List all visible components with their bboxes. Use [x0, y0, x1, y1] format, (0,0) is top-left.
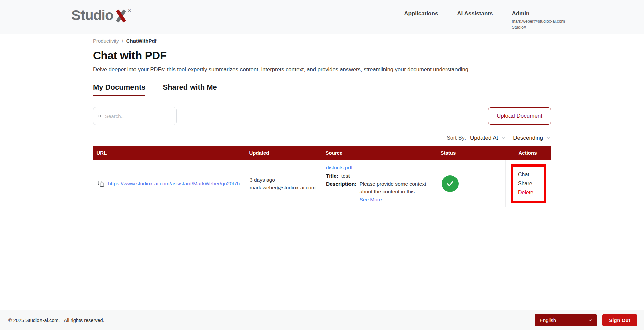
- column-header-url: URL: [93, 146, 246, 160]
- footer: © 2025 StudioX-ai.com. All rights reserv…: [0, 310, 644, 330]
- column-header-status: Status: [437, 146, 506, 160]
- search-box: [93, 107, 177, 125]
- share-action[interactable]: Share: [518, 179, 543, 188]
- chat-action[interactable]: Chat: [518, 170, 543, 179]
- tab-my-documents[interactable]: My Documents: [93, 83, 145, 96]
- updated-by-email: mark.weber@studiox-ai.com: [250, 184, 322, 191]
- sort-field-value: Updated At: [470, 135, 498, 141]
- breadcrumb: Productivity / ChatWithPdf: [93, 38, 551, 44]
- page-title: Chat with PDF: [93, 49, 551, 62]
- sign-out-button[interactable]: Sign Out: [602, 314, 637, 326]
- check-icon: [446, 179, 454, 188]
- breadcrumb-current: ChatWithPdf: [126, 38, 157, 44]
- delete-action[interactable]: Delete: [518, 188, 543, 197]
- column-header-source: Source: [322, 146, 437, 160]
- updated-relative-time: 3 days ago: [250, 176, 322, 184]
- table-header: URL Updated Source Status Actions: [93, 146, 551, 160]
- registered-trademark-symbol: ®: [128, 8, 131, 13]
- see-more-link[interactable]: See More: [359, 196, 382, 203]
- description-row: Description: Please provide some context…: [326, 180, 434, 203]
- copyright-notice: © 2025 StudioX-ai.com.: [8, 318, 60, 323]
- top-nav: Applications AI Assistants Admin mark.we…: [404, 0, 565, 34]
- user-name: Admin: [512, 10, 565, 17]
- updated-cell: 3 days ago mark.weber@studiox-ai.com: [246, 176, 322, 191]
- language-dropdown[interactable]: English: [535, 314, 597, 326]
- chevron-down-icon: [501, 136, 506, 141]
- top-bar: Studio ® Applications AI Assistants Admi…: [0, 0, 644, 34]
- url-cell: https://www.studiox-ai.com/assistant/Mar…: [93, 180, 246, 187]
- chevron-down-icon: [546, 136, 551, 141]
- search-input[interactable]: [105, 113, 172, 119]
- annotation-highlight-box: Chat Share Delete: [511, 164, 546, 203]
- nav-applications[interactable]: Applications: [404, 10, 438, 34]
- toolbar: Upload Document: [93, 107, 551, 125]
- nav-ai-assistants[interactable]: AI Assistants: [457, 10, 493, 34]
- sort-by-label: Sort By:: [447, 135, 466, 141]
- description-value: Please provide some context about the co…: [359, 180, 430, 195]
- user-organization: StudioX: [512, 25, 565, 30]
- description-label: Description:: [326, 180, 356, 203]
- tab-shared-with-me[interactable]: Shared with Me: [163, 83, 217, 96]
- user-email: mark.weber@studiox-ai.com: [512, 19, 565, 24]
- column-header-updated: Updated: [246, 146, 322, 160]
- document-url-link[interactable]: https://www.studiox-ai.com/assistant/Mar…: [108, 181, 240, 187]
- user-menu[interactable]: Admin mark.weber@studiox-ai.com StudioX: [512, 10, 565, 34]
- title-label: Title:: [326, 172, 338, 180]
- upload-document-button[interactable]: Upload Document: [488, 107, 551, 125]
- breadcrumb-productivity[interactable]: Productivity: [93, 38, 119, 44]
- page-description: Delve deeper into your PDFs: this tool e…: [93, 66, 551, 73]
- documents-table: URL Updated Source Status Actions https:…: [93, 146, 551, 207]
- language-value: English: [540, 317, 556, 323]
- source-file-link[interactable]: districts.pdf: [326, 164, 352, 171]
- table-row: https://www.studiox-ai.com/assistant/Mar…: [93, 160, 551, 207]
- title-value: test: [341, 172, 350, 180]
- logo-text-studio: Studio: [71, 7, 113, 23]
- main-content: Productivity / ChatWithPdf Chat with PDF…: [0, 38, 644, 207]
- breadcrumb-separator: /: [122, 38, 123, 44]
- sort-direction-dropdown[interactable]: Descending: [513, 135, 551, 141]
- tab-bar: My Documents Shared with Me: [93, 83, 551, 96]
- copy-icon[interactable]: [98, 180, 104, 187]
- sort-field-dropdown[interactable]: Updated At: [470, 135, 506, 141]
- status-cell: [437, 175, 505, 192]
- column-header-actions: Actions: [506, 146, 551, 160]
- footer-actions: English Sign Out: [535, 314, 637, 326]
- copyright-text: © 2025 StudioX-ai.com. All rights reserv…: [8, 318, 104, 323]
- sort-controls: Sort By: Updated At Descending: [93, 135, 551, 141]
- title-row: Title: test: [326, 172, 434, 180]
- chevron-down-icon: [588, 318, 593, 323]
- studiox-logo[interactable]: Studio ®: [71, 0, 131, 34]
- search-icon: [98, 113, 102, 119]
- rights-reserved-text: All rights reserved.: [64, 318, 104, 323]
- logo-x-mark: [114, 7, 128, 23]
- sort-direction-value: Descending: [513, 135, 543, 141]
- status-badge: [442, 175, 459, 192]
- source-cell: districts.pdf Title: test Description: P…: [322, 160, 437, 207]
